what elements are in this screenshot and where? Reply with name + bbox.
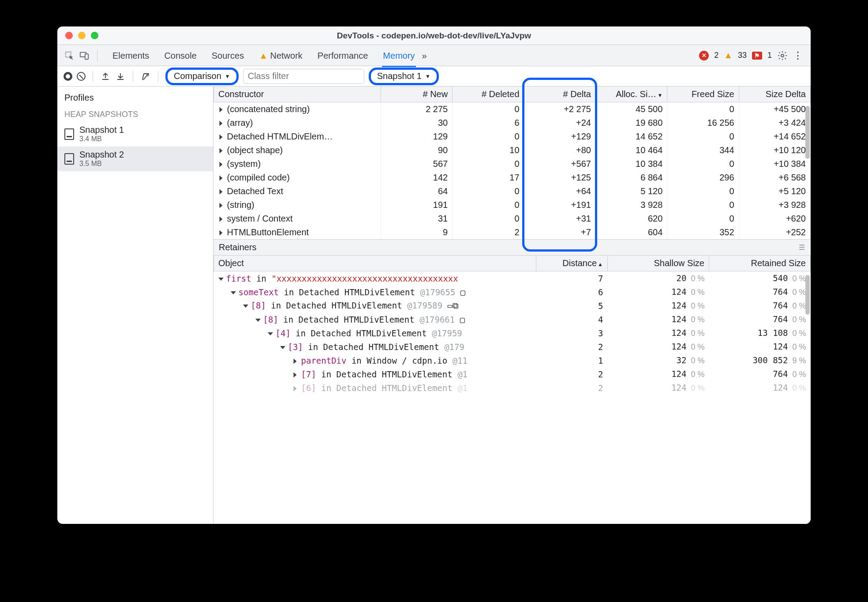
error-badge-icon[interactable]: ✕ <box>699 51 709 60</box>
devtools-window: DevTools - codepen.io/web-dot-dev/live/L… <box>57 26 811 524</box>
table-row[interactable]: (system) 5670+567 10 3840+10 384 <box>214 157 811 171</box>
table-row[interactable]: (compiled code) 14217+125 6 864296+6 568 <box>214 171 811 184</box>
view-mode-dropdown[interactable]: Comparison ▼ <box>165 68 239 85</box>
column-header[interactable]: # Delta <box>524 87 595 102</box>
table-row[interactable]: (array) 306+24 19 68016 256+3 424 <box>214 116 811 130</box>
garbage-collect-icon[interactable] <box>140 71 151 82</box>
tab-sources[interactable]: Sources <box>211 47 245 64</box>
column-header[interactable]: Object <box>214 256 536 271</box>
snapshot-file-icon <box>64 153 74 165</box>
download-icon[interactable] <box>115 71 126 82</box>
retainer-row[interactable]: [3] in Detached HTMLDivElement @17921240… <box>214 340 811 354</box>
main-tab-bar: ElementsConsoleSources▲ NetworkPerforman… <box>57 45 811 66</box>
scrollbar[interactable] <box>805 275 810 315</box>
device-toolbar-icon[interactable] <box>79 51 89 60</box>
retainer-row[interactable]: [6] in Detached HTMLDivElement @121240 %… <box>214 381 811 395</box>
main-content: Constructor# New# Deleted# DeltaAlloc. S… <box>213 87 811 524</box>
tab-elements[interactable]: Elements <box>112 47 150 64</box>
clear-icon[interactable] <box>77 72 86 81</box>
baseline-snapshot-dropdown[interactable]: Snapshot 1 ▼ <box>369 68 439 85</box>
svg-rect-2 <box>85 54 88 59</box>
tabs-overflow[interactable]: » <box>421 47 428 64</box>
error-count: 2 <box>714 51 718 60</box>
profiles-sidebar: Profiles HEAP SNAPSHOTS Snapshot 13.4 MB… <box>57 87 213 524</box>
retainer-row[interactable]: someText in Detached HTMLDivElement @179… <box>214 285 811 299</box>
sidebar-section: HEAP SNAPSHOTS <box>57 105 213 122</box>
record-icon[interactable] <box>64 72 72 81</box>
table-row[interactable]: system / Context 310+31 6200+620 <box>214 212 811 226</box>
memory-toolbar: Comparison ▼ Snapshot 1 ▼ <box>57 66 811 87</box>
retainer-row[interactable]: [8] in Detached HTMLDivElement @179589 ▭… <box>214 299 811 312</box>
column-header[interactable]: Shallow Size <box>607 256 709 271</box>
column-header[interactable]: Distance▲ <box>536 256 607 271</box>
retainers-header: Retainers ☰ <box>213 239 811 256</box>
retainer-row[interactable]: [7] in Detached HTMLDivElement @121240 %… <box>214 367 811 381</box>
comparison-table[interactable]: Constructor# New# Deleted# DeltaAlloc. S… <box>213 87 811 239</box>
inspect-icon[interactable] <box>64 51 74 60</box>
table-row[interactable]: Detached Text 640+64 5 1200+5 120 <box>214 184 811 198</box>
issues-count: 1 <box>767 51 772 60</box>
table-row[interactable]: (concatenated string) 2 2750+2 275 45 50… <box>214 102 811 117</box>
fullscreen-icon[interactable] <box>91 32 98 39</box>
sidebar-header: Profiles <box>57 87 213 105</box>
tab-console[interactable]: Console <box>163 47 197 64</box>
retainer-row[interactable]: [8] in Detached HTMLDivElement @179661 ▢… <box>214 312 811 326</box>
snapshot-file-icon <box>64 128 74 140</box>
tab-performance[interactable]: Performance <box>317 47 369 64</box>
column-header[interactable]: # Deleted <box>453 87 524 102</box>
titlebar: DevTools - codepen.io/web-dot-dev/live/L… <box>57 26 811 45</box>
column-header[interactable]: Retained Size <box>709 256 810 271</box>
close-icon[interactable] <box>65 32 73 39</box>
retainer-row[interactable]: first in "xxxxxxxxxxxxxxxxxxxxxxxxxxxxxx… <box>214 271 811 286</box>
column-header[interactable]: Size Delta <box>739 87 810 102</box>
chevron-down-icon: ▼ <box>225 73 230 79</box>
chevron-down-icon: ▼ <box>425 73 430 79</box>
svg-point-3 <box>781 54 784 57</box>
column-header[interactable]: Alloc. Si…▼ <box>595 87 667 102</box>
retainer-row[interactable]: parentDiv in Window / cdpn.io @111320 %3… <box>214 354 811 367</box>
snapshot-item[interactable]: Snapshot 13.4 MB <box>57 122 213 147</box>
tab-network[interactable]: ▲ Network <box>258 47 303 64</box>
column-header[interactable]: Freed Size <box>667 87 739 102</box>
column-header[interactable]: # New <box>381 87 452 102</box>
settings-gear-icon[interactable] <box>777 50 788 61</box>
tab-memory[interactable]: Memory <box>382 47 415 64</box>
retainer-row[interactable]: [4] in Detached HTMLDivElement @17959312… <box>214 326 811 340</box>
upload-icon[interactable] <box>100 71 111 82</box>
window-title: DevTools - codepen.io/web-dot-dev/live/L… <box>57 31 811 41</box>
warning-count: 33 <box>738 51 747 60</box>
scrollbar[interactable] <box>805 106 810 159</box>
window-traffic-lights[interactable] <box>65 32 98 39</box>
column-header[interactable]: Constructor <box>214 87 381 102</box>
table-row[interactable]: (object shape) 9010+80 10 464344+10 120 <box>214 143 811 157</box>
retainers-menu-icon[interactable]: ☰ <box>799 243 805 252</box>
warning-badge-icon[interactable]: ▲ <box>724 50 733 60</box>
snapshot-item[interactable]: Snapshot 23.5 MB <box>57 147 213 171</box>
kebab-menu-icon[interactable]: ⋮ <box>793 50 804 61</box>
minimize-icon[interactable] <box>78 32 86 39</box>
table-row[interactable]: (string) 1910+191 3 9280+3 928 <box>214 198 811 212</box>
issues-badge-icon[interactable]: ⚑ <box>752 52 762 60</box>
table-row[interactable]: Detached HTMLDivElem… 1290+129 14 6520+1… <box>214 130 811 143</box>
class-filter-input[interactable] <box>243 69 364 84</box>
table-row[interactable]: HTMLButtonElement 92+7 604352+252 <box>214 226 811 239</box>
retainers-table[interactable]: ObjectDistance▲Shallow SizeRetained Size… <box>213 256 811 395</box>
